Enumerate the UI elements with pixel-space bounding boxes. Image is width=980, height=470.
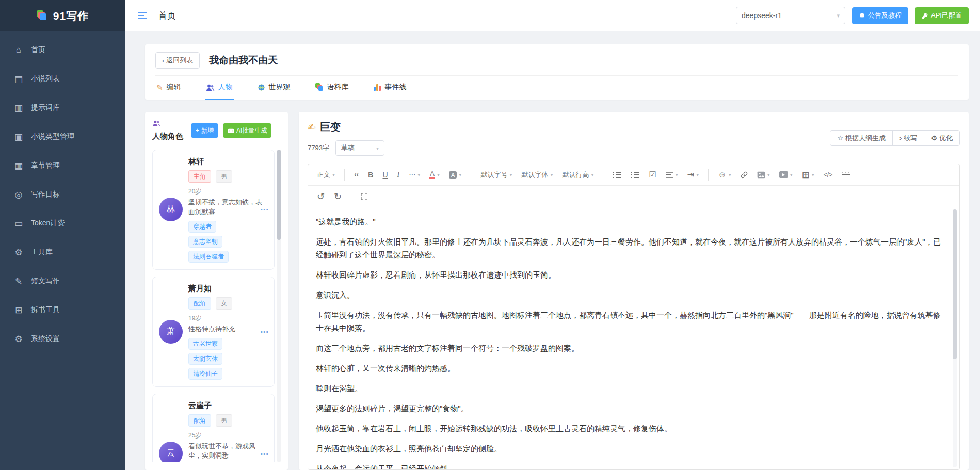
- tab-edit[interactable]: ✎ 编辑: [155, 76, 182, 100]
- generate-from-outline-button[interactable]: ☆ 根据大纲生成: [830, 130, 893, 146]
- more-formats-dropdown[interactable]: ⋯ ▾: [404, 168, 425, 182]
- fullscreen-button[interactable]: [356, 189, 372, 204]
- chapter-status-select[interactable]: 草稿 ▾: [335, 140, 384, 156]
- redo-button[interactable]: ↻: [329, 189, 346, 204]
- sidebar-item-prompt-library[interactable]: ▥ 提示词库: [0, 93, 125, 122]
- sidebar-item-tool-library[interactable]: ⚙ 工具库: [0, 238, 125, 267]
- sidebar-item-token-billing[interactable]: ▭ Token计费: [0, 209, 125, 238]
- indent-dropdown[interactable]: ⇥ ▾: [683, 168, 703, 182]
- blockquote-button[interactable]: “: [349, 168, 363, 182]
- align-icon: [666, 172, 673, 178]
- horizontal-rule-icon: [842, 172, 850, 177]
- italic-button[interactable]: I: [393, 168, 405, 182]
- tab-corpus[interactable]: 语料库: [314, 76, 350, 100]
- font-color-dropdown[interactable]: A ▾: [425, 168, 444, 182]
- sidebar-item-novel-list[interactable]: ▤ 小说列表: [0, 64, 125, 93]
- writing-hand-icon: ✍: [308, 121, 316, 133]
- emoji-dropdown[interactable]: ☺ ▾: [713, 168, 735, 182]
- more-actions-icon[interactable]: ⋯: [260, 327, 269, 336]
- home-icon: ⌂: [13, 45, 24, 55]
- announcements-button[interactable]: 公告及教程: [852, 7, 908, 24]
- code-block-button[interactable]: </>: [819, 168, 837, 182]
- font-family-dropdown[interactable]: 默认字体 ▾: [517, 168, 557, 182]
- toolbar-separator: [471, 169, 471, 181]
- gender-badge: 女: [216, 297, 232, 310]
- bold-button[interactable]: B: [363, 168, 378, 182]
- role-badge: 配角: [188, 297, 211, 310]
- video-dropdown[interactable]: ▾: [775, 168, 797, 182]
- role-badge: 主角: [188, 170, 211, 183]
- editor-scrollbar-thumb[interactable]: [953, 209, 957, 359]
- bold-icon: B: [368, 171, 373, 179]
- bullet-list-icon: [613, 172, 621, 178]
- character-list: 林 林轩 主角 男 20岁 坚韧不拔，意志如铁，表面沉默寡 穿越者 意志: [152, 150, 281, 462]
- character-description: 坚韧不拔，意志如铁，表面沉默寡: [188, 198, 268, 217]
- board-icon: ⊞: [13, 305, 24, 316]
- tab-timeline[interactable]: 事件线: [373, 76, 408, 100]
- highlight-color-icon: A: [449, 171, 457, 179]
- sidebar-item-home[interactable]: ⌂ 首页: [0, 36, 125, 64]
- more-actions-icon[interactable]: ⋯: [260, 448, 269, 458]
- model-select[interactable]: deepseek-r1 ▾: [736, 7, 845, 24]
- app-logo[interactable]: 91写作: [0, 0, 125, 31]
- underline-icon: U: [382, 171, 388, 179]
- line-height-dropdown[interactable]: 默认行高 ▾: [557, 168, 598, 182]
- sidebar-item-short-writing[interactable]: ✎ 短文写作: [0, 267, 125, 296]
- align-dropdown[interactable]: ▾: [661, 168, 683, 182]
- sidebar-item-novel-type[interactable]: ▣ 小说类型管理: [0, 122, 125, 151]
- bullet-list-button[interactable]: [608, 168, 626, 182]
- character-card[interactable]: 云 云崖子 配角 男 25岁 看似玩世不恭，游戏风尘，实则洞悉 神秘散修: [152, 394, 275, 462]
- character-description: 性格特点待补充: [188, 325, 268, 334]
- character-list-scrollbar-thumb[interactable]: [277, 150, 281, 240]
- ai-batch-generate-button[interactable]: AI批量生成: [223, 123, 271, 138]
- character-description: 看似玩世不恭，游戏风尘，实则洞悉: [188, 442, 268, 461]
- ordered-list-button[interactable]: [626, 168, 644, 182]
- divider-button[interactable]: [837, 168, 855, 182]
- layers-icon: [315, 83, 324, 91]
- undo-button[interactable]: ↺: [312, 189, 329, 204]
- sidebar-item-book-analysis[interactable]: ⊞ 拆书工具: [0, 296, 125, 325]
- edit-pencil-icon: ✎: [156, 84, 163, 91]
- characters-panel-title: 人物角色: [152, 120, 186, 141]
- paragraph: 他收起玉简，靠在岩石上，闭上眼，开始运转那残缺的功法，吸收怀里上古灵石的精纯灵气…: [316, 422, 942, 435]
- tab-worldview[interactable]: 世界观: [256, 76, 292, 100]
- optimize-button[interactable]: ⚙ 优化: [924, 130, 960, 146]
- main-content: ‹ 返回列表 我命由我不由天 ✎ 编辑 人物: [125, 31, 980, 470]
- editor-content[interactable]: "这就是我的路。" 远处，青石镇的灯火依旧平凡。那里的修士还在为几块下品灵石奔波…: [308, 207, 959, 469]
- task-list-button[interactable]: ☑: [644, 168, 661, 182]
- editor-panel: ✍ 巨变 7793字 草稿 ▾ ☆: [299, 112, 969, 470]
- collapse-sidebar-icon[interactable]: [138, 12, 147, 19]
- link-button[interactable]: [736, 168, 752, 182]
- redo-icon: ↻: [334, 192, 342, 201]
- character-card[interactable]: 林 林轩 主角 男 20岁 坚韧不拔，意志如铁，表面沉默寡 穿越者 意志: [152, 150, 275, 270]
- sidebar-item-writing-goal[interactable]: ◎ 写作目标: [0, 180, 125, 209]
- underline-button[interactable]: U: [378, 168, 392, 182]
- bank-card-icon: ▭: [13, 218, 24, 229]
- api-config-button[interactable]: API已配置: [915, 7, 969, 24]
- book-icon: ▣: [13, 132, 24, 142]
- gender-badge: 男: [216, 170, 232, 183]
- tab-characters[interactable]: 人物: [205, 76, 234, 100]
- pencil-icon: ✎: [13, 276, 24, 287]
- highlight-color-dropdown[interactable]: A ▾: [444, 168, 466, 182]
- more-actions-icon[interactable]: ⋯: [260, 205, 269, 215]
- paragraph-style-dropdown[interactable]: 正文 ▾: [312, 168, 340, 182]
- table-dropdown[interactable]: ⊞ ▾: [797, 168, 819, 182]
- paragraph: 渴望更多的法则碎片，渴望更完整的"食物"。: [316, 402, 942, 415]
- image-dropdown[interactable]: ▾: [752, 168, 775, 182]
- plus-icon: +: [196, 127, 199, 134]
- breadcrumb[interactable]: 首页: [158, 10, 176, 22]
- notebook-icon: ▦: [13, 160, 24, 171]
- settings-gear-icon: ⚙: [13, 334, 24, 345]
- sidebar-item-chapter-mgmt[interactable]: ▦ 章节管理: [0, 151, 125, 180]
- sidebar-item-system-settings[interactable]: ⚙ 系统设置: [0, 325, 125, 353]
- font-size-dropdown[interactable]: 默认字号 ▾: [476, 168, 517, 182]
- table-icon: ⊞: [802, 170, 810, 180]
- character-card[interactable]: 萧 萧月如 配角 女 19岁 性格特点待补充 古老世家 太阴玄体: [152, 277, 275, 387]
- novel-header-card: ‹ 返回列表 我命由我不由天 ✎ 编辑 人物: [145, 44, 969, 100]
- link-icon: [741, 171, 748, 179]
- character-age: 25岁: [188, 431, 268, 440]
- add-character-button[interactable]: + 新增: [191, 123, 218, 138]
- back-to-list-button[interactable]: ‹ 返回列表: [155, 52, 200, 69]
- continue-writing-button[interactable]: › 续写: [892, 130, 924, 146]
